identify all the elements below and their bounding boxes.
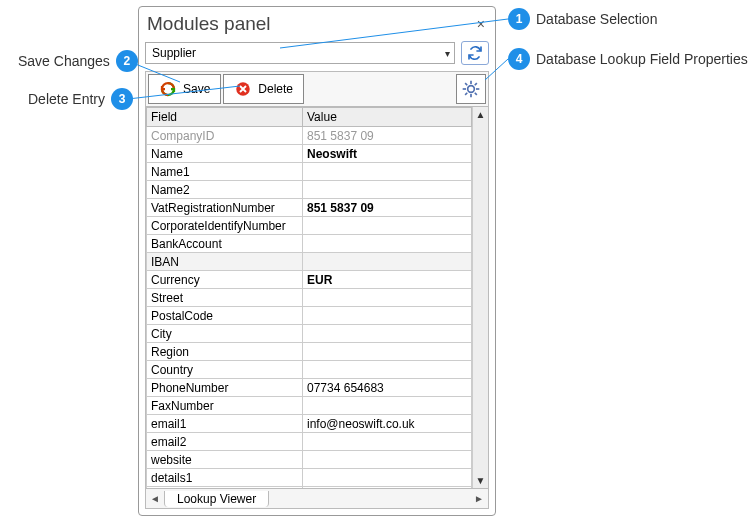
cell-value[interactable] xyxy=(303,235,472,253)
table-row[interactable]: PhoneNumber07734 654683 xyxy=(147,379,472,397)
vertical-scrollbar[interactable]: ▲ ▼ xyxy=(472,107,488,488)
table-row[interactable]: CompanyID851 5837 09 xyxy=(147,127,472,145)
table-row[interactable]: Name2 xyxy=(147,181,472,199)
cell-field[interactable]: CorporateIdentifyNumber xyxy=(147,217,303,235)
close-icon[interactable]: × xyxy=(475,16,487,32)
table-row[interactable]: City xyxy=(147,325,472,343)
cell-value[interactable]: info@neoswift.co.uk xyxy=(303,415,472,433)
scroll-down-icon[interactable]: ▼ xyxy=(476,475,486,486)
property-table: Field Value CompanyID851 5837 09NameNeos… xyxy=(146,107,472,488)
table-row[interactable]: CurrencyEUR xyxy=(147,271,472,289)
table-row[interactable]: email2 xyxy=(147,433,472,451)
svg-point-1 xyxy=(468,86,475,93)
cell-field[interactable]: City xyxy=(147,325,303,343)
tab-nav-left-icon[interactable]: ◄ xyxy=(146,493,164,504)
cell-value[interactable] xyxy=(303,433,472,451)
table-row[interactable]: IBAN xyxy=(147,253,472,271)
svg-line-9 xyxy=(475,83,477,85)
table-row[interactable]: VatRegistrationNumber851 5837 09 xyxy=(147,199,472,217)
cell-value[interactable] xyxy=(303,469,472,487)
cell-field[interactable]: Region xyxy=(147,343,303,361)
table-row[interactable]: website xyxy=(147,451,472,469)
cell-value[interactable]: Neoswift xyxy=(303,145,472,163)
cell-value[interactable] xyxy=(303,181,472,199)
table-row[interactable]: Country xyxy=(147,361,472,379)
cell-field[interactable]: VatRegistrationNumber xyxy=(147,199,303,217)
cell-value[interactable] xyxy=(303,325,472,343)
svg-line-6 xyxy=(465,83,467,85)
cell-field[interactable]: FaxNumber xyxy=(147,397,303,415)
table-row[interactable]: PostalCode xyxy=(147,307,472,325)
chevron-down-icon: ▾ xyxy=(445,48,450,59)
table-row[interactable]: Street xyxy=(147,289,472,307)
cell-value[interactable] xyxy=(303,397,472,415)
properties-button[interactable] xyxy=(456,74,486,104)
table-row[interactable]: Name1 xyxy=(147,163,472,181)
cell-field[interactable]: Country xyxy=(147,361,303,379)
cell-value[interactable]: 851 5837 09 xyxy=(303,127,472,145)
callout-2: 2 Save Changes xyxy=(18,50,138,72)
cell-value[interactable] xyxy=(303,343,472,361)
delete-button[interactable]: Delete xyxy=(223,74,304,104)
cell-field[interactable]: details2 xyxy=(147,487,303,489)
cell-value[interactable] xyxy=(303,163,472,181)
scroll-up-icon[interactable]: ▲ xyxy=(476,109,486,120)
property-grid[interactable]: Field Value CompanyID851 5837 09NameNeos… xyxy=(146,107,472,488)
table-row[interactable]: FaxNumber xyxy=(147,397,472,415)
cell-field[interactable]: Name2 xyxy=(147,181,303,199)
table-row[interactable]: email1info@neoswift.co.uk xyxy=(147,415,472,433)
table-row[interactable]: Region xyxy=(147,343,472,361)
cell-value[interactable] xyxy=(303,307,472,325)
save-button[interactable]: Save xyxy=(148,74,221,104)
cell-field[interactable]: Street xyxy=(147,289,303,307)
cell-value[interactable] xyxy=(303,487,472,489)
cell-value[interactable] xyxy=(303,361,472,379)
table-row[interactable]: CorporateIdentifyNumber xyxy=(147,217,472,235)
cell-field[interactable]: Name1 xyxy=(147,163,303,181)
col-header-field[interactable]: Field xyxy=(147,108,303,127)
table-row[interactable]: BankAccount xyxy=(147,235,472,253)
cell-value[interactable]: EUR xyxy=(303,271,472,289)
cell-value[interactable] xyxy=(303,451,472,469)
table-row[interactable]: details1 xyxy=(147,469,472,487)
cell-field[interactable]: website xyxy=(147,451,303,469)
cell-value[interactable] xyxy=(303,217,472,235)
cell-field[interactable]: IBAN xyxy=(147,253,303,271)
cell-field[interactable]: BankAccount xyxy=(147,235,303,253)
refresh-icon xyxy=(467,45,483,61)
gear-icon xyxy=(461,79,481,99)
database-select-dropdown[interactable]: Supplier ▾ xyxy=(145,42,455,64)
cell-value[interactable]: 07734 654683 xyxy=(303,379,472,397)
cell-field[interactable]: PhoneNumber xyxy=(147,379,303,397)
cell-field[interactable]: details1 xyxy=(147,469,303,487)
panel-title: Modules panel xyxy=(147,13,271,35)
col-header-value[interactable]: Value xyxy=(303,108,472,127)
cell-value[interactable] xyxy=(303,253,472,271)
svg-line-7 xyxy=(475,93,477,95)
toolbar: Save Delete xyxy=(145,71,489,107)
cell-field[interactable]: Name xyxy=(147,145,303,163)
cell-field[interactable]: Currency xyxy=(147,271,303,289)
callout-4: 4 Database Lookup Field Properties xyxy=(508,48,748,70)
save-button-label: Save xyxy=(183,82,210,96)
save-icon xyxy=(159,80,177,98)
table-row[interactable]: details2 xyxy=(147,487,472,489)
tab-nav-right-icon[interactable]: ► xyxy=(470,493,488,504)
callout-badge: 1 xyxy=(508,8,530,30)
cell-field[interactable]: email2 xyxy=(147,433,303,451)
cell-value[interactable] xyxy=(303,289,472,307)
cell-field[interactable]: PostalCode xyxy=(147,307,303,325)
cell-value[interactable]: 851 5837 09 xyxy=(303,199,472,217)
callout-3: 3 Delete Entry xyxy=(28,88,133,110)
callout-1: 1 Database Selection xyxy=(508,8,657,30)
dropdown-value: Supplier xyxy=(152,46,196,60)
refresh-button[interactable] xyxy=(461,41,489,65)
callout-label: Database Selection xyxy=(536,11,657,27)
table-row[interactable]: NameNeoswift xyxy=(147,145,472,163)
cell-field[interactable]: CompanyID xyxy=(147,127,303,145)
callout-label: Save Changes xyxy=(18,53,110,69)
tab-lookup-viewer[interactable]: Lookup Viewer xyxy=(164,491,269,507)
delete-button-label: Delete xyxy=(258,82,293,96)
cell-field[interactable]: email1 xyxy=(147,415,303,433)
callout-label: Database Lookup Field Properties xyxy=(536,51,748,67)
